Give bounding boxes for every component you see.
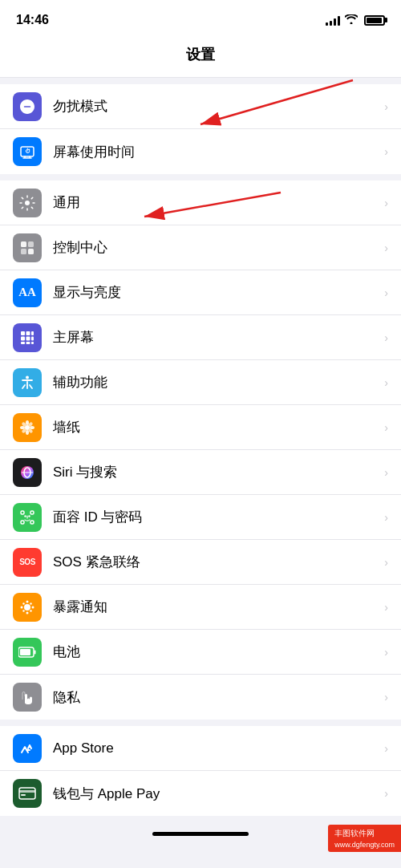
row-do-not-disturb[interactable]: 勿扰模式 › — [0, 84, 401, 129]
svg-rect-12 — [31, 336, 34, 340]
sos-chevron: › — [384, 556, 388, 569]
wallpaper-chevron: › — [384, 421, 388, 434]
battery-row-icon — [13, 638, 42, 667]
svg-point-41 — [22, 602, 24, 604]
row-general[interactable]: 通用 › — [0, 180, 401, 225]
watermark: 丰图软件网 www.dgfengtу.com — [328, 825, 401, 852]
page-header: 设置 — [0, 35, 401, 78]
face-id-icon — [13, 503, 42, 532]
row-privacy[interactable]: 隐私 › — [0, 675, 401, 720]
settings-section-2: 通用 › 控制中心 › AA 显示与亮度 › — [0, 180, 401, 720]
svg-rect-3 — [21, 241, 26, 247]
svg-rect-46 — [34, 650, 36, 654]
row-wallpaper[interactable]: 墙纸 › — [0, 405, 401, 450]
wallet-apple-pay-icon — [13, 779, 42, 808]
wifi-icon — [345, 14, 358, 26]
general-label: 通用 — [53, 193, 378, 212]
do-not-disturb-label: 勿扰模式 — [53, 97, 378, 116]
exposure-icon — [13, 593, 42, 622]
sos-icon: SOS — [13, 548, 42, 577]
display-brightness-label: 显示与亮度 — [53, 283, 378, 302]
row-app-store[interactable]: App Store › — [0, 726, 401, 771]
svg-rect-13 — [21, 342, 25, 344]
svg-point-34 — [28, 515, 30, 517]
exposure-chevron: › — [384, 601, 388, 614]
control-center-chevron: › — [384, 241, 388, 254]
home-screen-label: 主屏幕 — [53, 328, 378, 347]
row-screen-time[interactable]: ⏱ 屏幕使用时间 › — [0, 129, 401, 174]
svg-point-19 — [26, 430, 29, 435]
app-store-chevron: › — [384, 742, 388, 755]
svg-rect-32 — [30, 521, 34, 524]
privacy-chevron: › — [384, 691, 388, 704]
privacy-label: 隐私 — [53, 688, 378, 707]
row-wallet-apple-pay[interactable]: 钱包与 Apple Pay › — [0, 771, 401, 816]
row-accessibility[interactable]: 辅助功能 › — [0, 360, 401, 405]
home-bar — [152, 832, 249, 836]
row-exposure[interactable]: 暴露通知 › — [0, 585, 401, 630]
svg-rect-50 — [21, 794, 26, 796]
svg-rect-5 — [21, 249, 26, 254]
screen-time-chevron: › — [384, 145, 388, 158]
control-center-label: 控制中心 — [53, 238, 378, 257]
row-display-brightness[interactable]: AA 显示与亮度 › — [0, 270, 401, 315]
row-home-screen[interactable]: 主屏幕 › — [0, 315, 401, 360]
svg-point-18 — [26, 420, 29, 425]
general-chevron: › — [384, 197, 388, 209]
control-center-icon — [13, 233, 42, 262]
siri-search-chevron: › — [384, 466, 388, 479]
wallet-apple-pay-chevron: › — [384, 787, 388, 800]
face-id-chevron: › — [384, 511, 388, 524]
svg-point-39 — [21, 606, 23, 608]
accessibility-label: 辅助功能 — [53, 373, 378, 391]
screen-time-icon: ⏱ — [13, 137, 42, 166]
svg-point-37 — [26, 600, 29, 602]
row-control-center[interactable]: 控制中心 › — [0, 225, 401, 270]
accessibility-chevron: › — [384, 376, 388, 389]
wallpaper-label: 墙纸 — [53, 418, 378, 436]
do-not-disturb-icon — [13, 92, 42, 121]
accessibility-icon — [13, 368, 42, 397]
general-icon — [13, 189, 42, 217]
battery-icon — [364, 15, 385, 26]
svg-rect-6 — [28, 249, 34, 254]
face-id-label: 面容 ID 与密码 — [53, 508, 378, 526]
svg-rect-14 — [26, 342, 30, 344]
svg-point-2 — [25, 201, 30, 205]
svg-point-42 — [30, 602, 31, 604]
svg-rect-48 — [19, 788, 35, 799]
svg-rect-49 — [19, 790, 35, 793]
wallet-apple-pay-label: 钱包与 Apple Pay — [53, 785, 378, 803]
row-sos[interactable]: SOS SOS 紧急联络 › — [0, 540, 401, 585]
privacy-icon — [13, 683, 42, 712]
status-time: 14:46 — [16, 13, 49, 27]
screen-time-label: 屏幕使用时间 — [53, 143, 378, 161]
sos-label: SOS 紧急联络 — [53, 553, 378, 571]
do-not-disturb-chevron: › — [384, 100, 388, 113]
row-siri-search[interactable]: Siri 与搜索 › — [0, 450, 401, 495]
svg-rect-47 — [20, 649, 30, 655]
battery-label: 电池 — [53, 643, 378, 661]
battery-chevron: › — [384, 646, 388, 659]
svg-point-44 — [30, 610, 31, 611]
svg-point-21 — [30, 426, 34, 429]
status-bar: 14:46 — [0, 0, 401, 35]
svg-rect-11 — [26, 336, 30, 340]
status-icons — [326, 14, 385, 26]
svg-rect-8 — [26, 331, 30, 335]
wallpaper-icon — [13, 413, 42, 442]
home-screen-chevron: › — [384, 331, 388, 344]
siri-search-icon — [13, 458, 42, 487]
svg-rect-4 — [28, 241, 34, 247]
svg-rect-30 — [30, 511, 34, 514]
settings-section-1: 勿扰模式 › ⏱ 屏幕使用时间 › — [0, 84, 401, 174]
exposure-label: 暴露通知 — [53, 598, 378, 616]
svg-rect-7 — [21, 331, 25, 335]
svg-point-38 — [26, 611, 29, 614]
app-store-label: App Store — [53, 740, 378, 756]
svg-point-16 — [26, 375, 29, 379]
display-brightness-icon: AA — [13, 278, 42, 307]
settings-group: 勿扰模式 › ⏱ 屏幕使用时间 › 通用 — [0, 78, 401, 816]
row-battery[interactable]: 电池 › — [0, 630, 401, 675]
row-face-id[interactable]: 面容 ID 与密码 › — [0, 495, 401, 540]
